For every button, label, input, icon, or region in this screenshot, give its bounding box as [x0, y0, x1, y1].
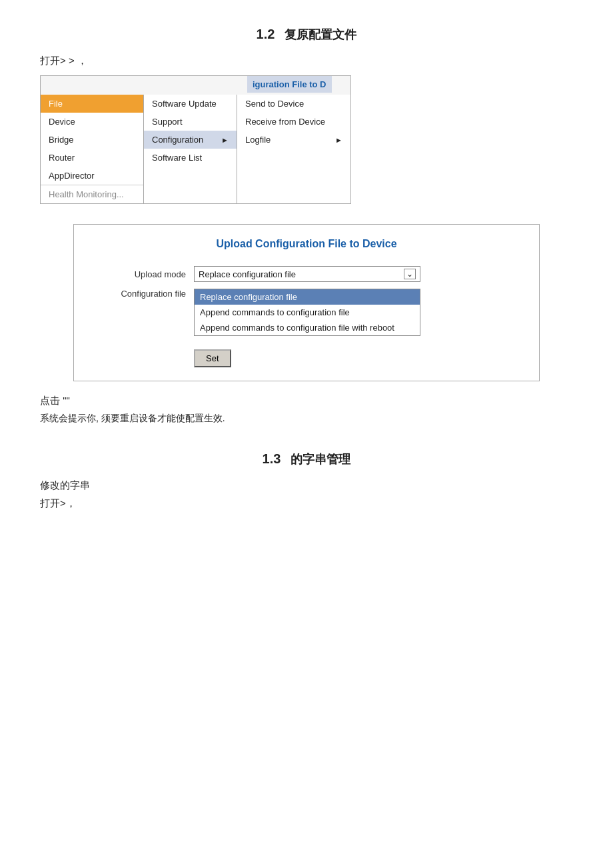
note-text: 系统会提示你, 须要重启设备才能使配置生效. [40, 413, 573, 425]
menu-item-software-list[interactable]: Software List [144, 149, 237, 167]
menu-item-file[interactable]: File [41, 95, 143, 113]
config-file-label: Configuration file [94, 289, 194, 299]
set-button[interactable]: Set [194, 349, 231, 367]
section-number-1-3: 1.3 [263, 451, 281, 466]
menu-screenshot: iguration File to D File Device Bridge R… [40, 75, 351, 204]
upload-title: Upload Configuration File to Device [94, 238, 519, 250]
section-title-text-1-3: 的字串管理 [291, 453, 350, 466]
menu-col-2: Software Update Support Configuration ► … [144, 95, 237, 203]
config-file-dropdown[interactable]: Replace configuration file Append comman… [194, 289, 420, 336]
menu-item-support[interactable]: Support [144, 113, 237, 131]
menu-item-appdirector[interactable]: AppDirector [41, 167, 143, 185]
section-1-3-title: 1.3 的字串管理 [40, 451, 573, 467]
menu-item-router[interactable]: Router [41, 149, 143, 167]
upload-mode-value: Replace configuration file [199, 269, 401, 279]
menu-item-software-update[interactable]: Software Update [144, 95, 237, 113]
section-1-2-title: 1.2 复原配置文件 [40, 27, 573, 43]
dropdown-option-append[interactable]: Append commands to configuration file [195, 305, 420, 320]
submenu-arrow-icon: ► [221, 136, 229, 144]
config-file-row: Configuration file Replace configuration… [94, 289, 519, 336]
menu-item-device[interactable]: Device [41, 113, 143, 131]
section-number-1-2: 1.2 [257, 27, 275, 41]
menu-col-1: File Device Bridge Router AppDirector He… [41, 95, 144, 203]
menu-item-bridge[interactable]: Bridge [41, 131, 143, 149]
upload-mode-row: Upload mode Replace configuration file ⌄ [94, 266, 519, 282]
upload-mode-display[interactable]: Replace configuration file ⌄ [194, 266, 420, 282]
menu-item-health-truncated: Health Monitoring... [41, 185, 143, 203]
menu-col-3: Send to Device Receive from Device Logfi… [237, 95, 350, 203]
menu-item-send-to-device[interactable]: Send to Device [237, 95, 350, 113]
section-title-text-1-2: 复原配置文件 [285, 28, 356, 41]
menu-item-configuration[interactable]: Configuration ► [144, 131, 237, 149]
upload-mode-label: Upload mode [94, 269, 194, 279]
menu-header-text: iguration File to D [247, 76, 332, 93]
open-instruction-1-2: 打开> > ， [40, 55, 573, 67]
upload-config-section: Upload Configuration File to Device Uplo… [73, 224, 540, 381]
dropdown-option-replace[interactable]: Replace configuration file [195, 289, 420, 305]
modify-label: 修改的字串 [40, 479, 573, 492]
open-instruction-1-3: 打开>， [40, 497, 573, 510]
dropdown-option-append-reboot[interactable]: Append commands to configuration file wi… [195, 320, 420, 335]
select-dropdown-icon: ⌄ [404, 269, 416, 279]
menu-item-logfile[interactable]: Logfile ► [237, 131, 350, 149]
click-instruction: 点击 "" [40, 395, 573, 407]
menu-item-receive-from-device[interactable]: Receive from Device [237, 113, 350, 131]
logfile-arrow-icon: ► [335, 136, 342, 144]
upload-mode-select-wrapper: Replace configuration file ⌄ [194, 266, 420, 282]
